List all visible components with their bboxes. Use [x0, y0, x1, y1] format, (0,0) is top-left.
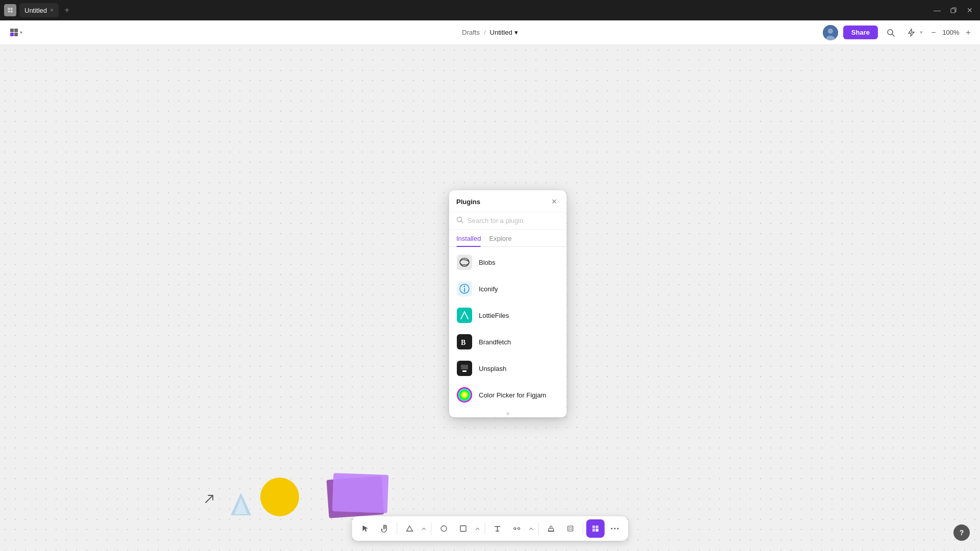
zoom-controls: − 100% + — [928, 27, 974, 38]
svg-rect-0 — [8, 8, 10, 10]
rect-tool-button[interactable] — [454, 519, 473, 538]
lightning-button[interactable] — [903, 25, 919, 40]
plugin-item-iconify[interactable]: Iconify — [449, 276, 567, 302]
frame-tool-button[interactable] — [561, 519, 580, 538]
text-tool-button[interactable] — [488, 519, 507, 538]
tab-installed[interactable]: Installed — [456, 230, 481, 246]
grid-sq-2 — [14, 29, 18, 32]
breadcrumb-drafts[interactable]: Drafts — [462, 29, 480, 36]
connector-tool-button[interactable] — [508, 519, 526, 538]
svg-point-38 — [617, 528, 619, 530]
svg-line-9 — [892, 34, 894, 36]
svg-rect-17 — [457, 308, 472, 323]
plugin-item-lottiefiles[interactable]: LottieFiles — [449, 302, 567, 329]
restore-button[interactable] — [947, 4, 960, 16]
titlebar: Untitled × + — ✕ — [0, 0, 980, 20]
bottom-toolbar — [352, 516, 628, 541]
stamp-tool-button[interactable] — [542, 519, 560, 538]
more-options-button[interactable] — [606, 519, 624, 538]
minimize-button[interactable]: — — [931, 4, 943, 16]
plugin-icon-iconify — [456, 281, 473, 297]
more-connectors-button[interactable] — [527, 519, 535, 538]
plugin-name-colorpicker: Color Picker for Figjam — [479, 391, 546, 399]
user-avatar[interactable] — [823, 25, 838, 40]
plugin-item-unsplash[interactable]: Unsplash — [449, 355, 567, 382]
svg-point-27 — [518, 528, 520, 530]
scroll-indicator — [449, 410, 567, 417]
action-tools: ▾ — [903, 25, 923, 40]
plugin-icon-brandfetch: B — [456, 334, 473, 350]
svg-rect-3 — [11, 11, 13, 13]
triangle-tool-button[interactable] — [401, 519, 419, 538]
close-button[interactable]: ✕ — [964, 4, 976, 16]
tab-close-button[interactable]: × — [50, 7, 54, 14]
separator-1 — [397, 522, 398, 535]
tab-untitled[interactable]: Untitled × — [19, 3, 59, 17]
tools-grid-icon — [10, 29, 18, 36]
svg-rect-21 — [461, 365, 468, 369]
plugin-item-blobs[interactable]: Blobs — [449, 249, 567, 276]
canvas-purple-rect-2 — [332, 473, 389, 513]
svg-point-36 — [611, 528, 612, 530]
zoom-value: 100% — [941, 29, 961, 36]
help-button[interactable]: ? — [953, 524, 970, 541]
svg-rect-35 — [596, 529, 599, 532]
separator-2 — [431, 522, 432, 535]
panel-close-button[interactable]: ✕ — [549, 196, 559, 207]
plugins-panel: Plugins ✕ Installed Explore — [449, 190, 567, 417]
breadcrumb-title-text: Untitled — [490, 29, 512, 36]
svg-rect-12 — [457, 255, 472, 270]
plugin-name-brandfetch: Brandfetch — [479, 338, 511, 346]
breadcrumb-chevron: ▾ — [514, 29, 518, 36]
separator-3 — [485, 522, 485, 535]
plugin-item-colorpicker[interactable]: Color Picker for Figjam — [449, 382, 567, 408]
svg-rect-31 — [569, 528, 572, 530]
separator-4 — [538, 522, 539, 535]
svg-rect-32 — [593, 525, 596, 529]
action-chevron: ▾ — [920, 29, 923, 36]
svg-point-37 — [614, 528, 616, 530]
tools-chevron: ▾ — [20, 30, 22, 35]
canvas-yellow-circle — [260, 478, 299, 516]
app-icon — [4, 4, 16, 16]
svg-rect-34 — [593, 529, 596, 532]
circle-tool-button[interactable] — [435, 519, 453, 538]
grid-sq-4 — [14, 33, 18, 36]
more-shapes-button[interactable] — [420, 519, 428, 538]
canvas-triangle-inner — [234, 498, 248, 514]
tab-title: Untitled — [24, 7, 47, 14]
titlebar-right: — ✕ — [931, 4, 976, 16]
zoom-out-button[interactable]: − — [928, 27, 939, 38]
plugin-icon-colorpicker — [456, 387, 473, 403]
svg-rect-33 — [596, 525, 599, 529]
toolbar-right: Share ▾ − 100% + — [823, 25, 974, 40]
svg-rect-29 — [548, 531, 554, 532]
arrow-tool-button[interactable] — [356, 519, 375, 538]
plugin-item-brandfetch[interactable]: B Brandfetch — [449, 329, 567, 355]
new-tab-button[interactable]: + — [61, 4, 73, 16]
plugin-shortcut-button[interactable] — [586, 519, 605, 538]
breadcrumb-title[interactable]: Untitled ▾ — [490, 29, 518, 36]
tab-explore[interactable]: Explore — [489, 230, 511, 246]
search-button[interactable] — [883, 25, 898, 40]
plugin-search — [449, 212, 567, 230]
zoom-in-button[interactable]: + — [963, 27, 974, 38]
toolbar-left: ▾ — [6, 27, 27, 38]
svg-point-6 — [828, 29, 833, 34]
grid-sq-3 — [10, 33, 14, 36]
plugin-tabs: Installed Explore — [449, 230, 567, 247]
share-button[interactable]: Share — [843, 26, 878, 39]
more-shapes-button-2[interactable] — [474, 519, 482, 538]
tools-menu-button[interactable]: ▾ — [6, 27, 27, 38]
plugin-name-blobs: Blobs — [479, 259, 496, 266]
plugin-icon-lottiefiles — [456, 307, 473, 323]
separator-5 — [583, 522, 583, 535]
plugin-name-iconify: Iconify — [479, 285, 498, 293]
hand-tool-button[interactable] — [376, 519, 394, 538]
plugin-name-lottiefiles: LottieFiles — [479, 312, 509, 319]
svg-point-16 — [464, 286, 465, 287]
svg-point-24 — [441, 526, 447, 532]
plugin-icon-unsplash — [456, 360, 473, 377]
plugin-search-input[interactable] — [468, 217, 559, 224]
canvas[interactable]: Plugins ✕ Installed Explore — [0, 45, 980, 551]
